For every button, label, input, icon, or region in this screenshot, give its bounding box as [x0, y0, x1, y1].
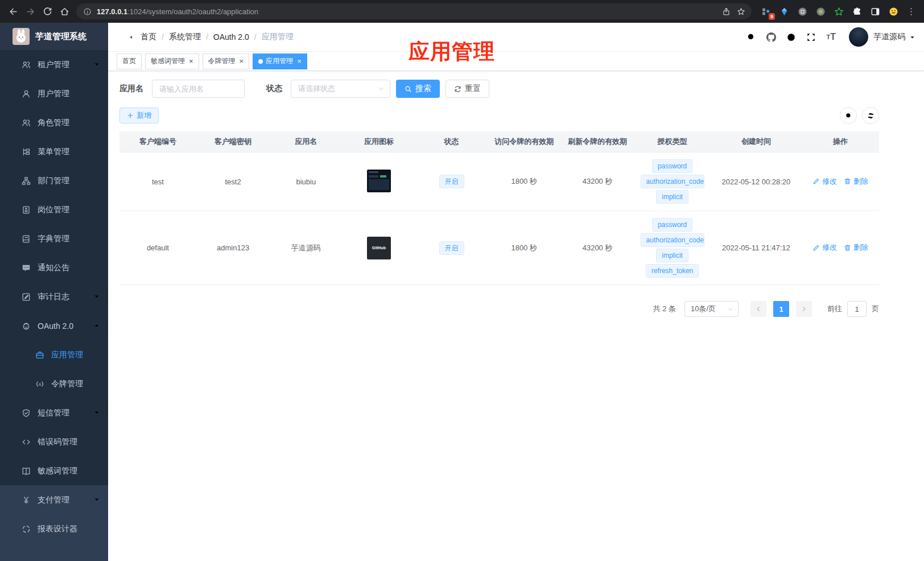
applications-table: 客户端编号客户端密钥应用名应用图标状态访问令牌的有效期刷新令牌的有效期授权类型创… [119, 131, 879, 285]
sidebar-collapse-icon[interactable] [117, 27, 137, 47]
tab-home[interactable]: 首页 [117, 53, 142, 69]
close-icon[interactable]: × [297, 57, 302, 65]
refresh-icon [454, 85, 461, 93]
breadcrumb-item[interactable]: 首页 [141, 32, 156, 42]
robot-icon [22, 321, 31, 331]
puzzle-icon[interactable] [851, 4, 864, 19]
sidebar-item-sensitive-word[interactable]: 敏感词管理 [0, 456, 108, 485]
question-icon[interactable] [781, 32, 801, 42]
sidebar-item-pay[interactable]: 支付管理 [0, 485, 108, 514]
cell-client-id: default [119, 211, 196, 285]
sidebar-item-label: 用户管理 [38, 89, 100, 99]
grant-type-tag: password [652, 159, 692, 173]
record-circle-icon[interactable] [814, 4, 827, 19]
close-icon[interactable]: × [240, 57, 244, 65]
sidebar-item-report[interactable]: 报表设计器 [0, 514, 108, 543]
grant-type-tag: implicit [656, 190, 688, 204]
grant-type-tag: password [652, 218, 692, 232]
sidebar-item-notice[interactable]: 通知公告 [0, 253, 108, 282]
goto-page-input[interactable] [847, 301, 867, 317]
column-header: 客户端编号 [119, 131, 196, 152]
refresh-table-button[interactable] [862, 107, 879, 124]
github-icon[interactable] [761, 32, 781, 42]
breadcrumb-separator: / [206, 32, 208, 42]
search-icon[interactable] [741, 32, 761, 42]
sidebar-item-menu[interactable]: 菜单管理 [0, 137, 108, 166]
extensions-grid-icon[interactable]: 9 [760, 4, 773, 19]
page-size-select[interactable]: 10条/页 [684, 301, 739, 317]
command-circle-icon[interactable] [796, 4, 809, 19]
sidebar-item-user[interactable]: 用户管理 [0, 79, 108, 108]
info-icon[interactable] [83, 7, 92, 16]
emoji-avatar-icon[interactable] [887, 4, 900, 19]
status-select[interactable]: 请选择状态 [291, 80, 390, 98]
fullscreen-icon[interactable] [801, 32, 821, 42]
edit-link[interactable]: 修改 [812, 176, 837, 187]
tab-token[interactable]: 令牌管理× [203, 53, 250, 69]
status-tag: 开启 [439, 241, 464, 255]
url-bar[interactable]: 127.0.0.1:1024/system/oauth2/oauth2/appl… [76, 3, 752, 19]
delete-link[interactable]: 删除 [844, 242, 868, 253]
tab-sensitive-word[interactable]: 敏感词管理× [145, 53, 199, 69]
table-row: testtest2biubiu开启1800 秒43200 秒passwordau… [119, 152, 879, 211]
reload-icon[interactable] [39, 3, 56, 20]
sidebar-item-tenant[interactable]: 租户管理 [0, 50, 108, 79]
breadcrumb-item[interactable]: OAuth 2.0 [213, 32, 249, 42]
next-page-button[interactable] [796, 301, 812, 317]
bookmark-star-icon[interactable] [733, 4, 748, 19]
top-navbar: 首页/系统管理/OAuth 2.0/应用管理 TT 芋道源码 [108, 23, 924, 52]
users-icon [22, 60, 31, 69]
cell-refresh-validity: 43200 秒 [561, 211, 634, 285]
tab-application[interactable]: 应用管理× [253, 53, 307, 69]
font-size-icon[interactable]: TT [821, 32, 841, 42]
app-logo[interactable]: 芋道管理系统 [0, 23, 108, 50]
edit-link[interactable]: 修改 [812, 242, 837, 253]
sidebar-item-label: 通知公告 [38, 263, 100, 273]
side-panel-icon[interactable] [869, 4, 882, 19]
green-star-icon[interactable] [832, 4, 845, 19]
share-icon[interactable] [719, 4, 733, 19]
add-button[interactable]: 新增 [119, 108, 159, 123]
active-tab-dot [258, 59, 263, 64]
annotation-text: 应用管理 [409, 38, 495, 66]
sidebar-menu: 租户管理用户管理角色管理菜单管理部门管理岗位管理字典管理通知公告审计日志OAut… [0, 50, 108, 543]
sidebar-item-error-code[interactable]: 错误码管理 [0, 427, 108, 456]
page-number-button[interactable]: 1 [773, 301, 789, 317]
status-tag: 开启 [439, 175, 464, 188]
cell-grant-types: passwordauthorization_codeimplicit [634, 152, 711, 211]
back-icon[interactable] [5, 3, 22, 20]
app-name-input[interactable] [152, 80, 245, 98]
sidebar-item-oauth2-token[interactable]: A令牌管理 [0, 369, 108, 398]
sidebar-item-oauth2[interactable]: OAuth 2.0 [0, 311, 108, 340]
search-button[interactable]: 搜索 [396, 80, 440, 98]
app-name-label: 应用名 [119, 84, 143, 94]
delete-link[interactable]: 删除 [844, 176, 868, 187]
browser-toolbar: 127.0.0.1:1024/system/oauth2/oauth2/appl… [0, 0, 924, 23]
sidebar-item-role[interactable]: 角色管理 [0, 108, 108, 137]
cell-client-secret: test2 [196, 152, 270, 211]
sidebar-item-label: 令牌管理 [51, 379, 100, 389]
forward-icon[interactable] [22, 3, 39, 20]
close-icon[interactable]: × [189, 57, 193, 65]
app-icon-image [367, 170, 391, 192]
sidebar-item-audit-log[interactable]: 审计日志 [0, 282, 108, 311]
breadcrumb-item[interactable]: 系统管理 [169, 32, 201, 42]
home-icon[interactable] [56, 3, 73, 20]
edit-link-label: 修改 [822, 242, 837, 253]
username[interactable]: 芋道源码 [873, 32, 905, 42]
filter-form: 应用名 状态 请选择状态 搜索 重置 [119, 80, 879, 98]
sidebar-item-oauth2-application[interactable]: 应用管理 [0, 340, 108, 369]
sidebar-item-dict[interactable]: 字典管理 [0, 224, 108, 253]
cell-access-validity: 1800 秒 [487, 152, 561, 211]
sidebar-item-sms[interactable]: 短信管理 [0, 398, 108, 427]
sidebar-item-post[interactable]: 岗位管理 [0, 195, 108, 224]
prev-page-button[interactable] [750, 301, 766, 317]
reset-button[interactable]: 重置 [446, 80, 489, 98]
menu-dots-icon[interactable] [902, 3, 919, 20]
avatar[interactable] [849, 27, 868, 47]
hide-search-button[interactable] [840, 107, 857, 124]
cell-created-time: 2022-05-12 00:28:20 [711, 152, 802, 211]
gem-icon[interactable] [778, 4, 791, 19]
chevron-down-icon[interactable] [909, 34, 915, 40]
sidebar-item-dept[interactable]: 部门管理 [0, 166, 108, 195]
